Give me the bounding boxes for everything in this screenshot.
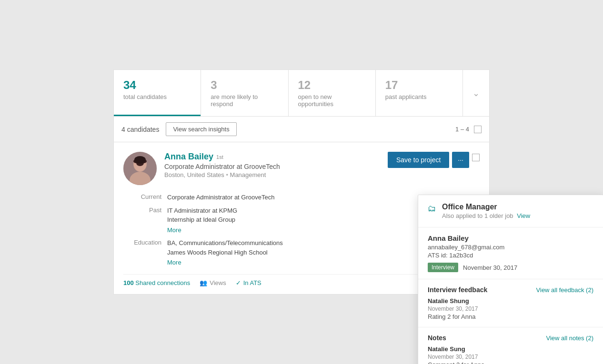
popup-notes-section: Notes View all notes (2) Natalie Sung No… [418, 327, 603, 364]
popup-notes-header: Notes View all notes (2) [428, 334, 593, 342]
views-icon: 👥 [200, 279, 207, 286]
education-label: Education [123, 238, 161, 267]
popup-feedback-rating: Rating 2 for Anna [428, 313, 593, 320]
ats-item: ✓ In ATS [236, 279, 261, 286]
popup-feedback-header: Interview feedback View all feedback (2) [428, 286, 593, 294]
candidates-count: 4 candidates [121, 126, 159, 133]
stat-likely-respond[interactable]: 3 are more likely to respond [201, 70, 288, 116]
search-bar: 4 candidates View search insights 1 – 4 [113, 116, 490, 142]
more-actions-button[interactable]: ··· [452, 152, 469, 168]
candidate-title: Corporate Administrator at GrooveTech [164, 163, 388, 170]
past-label: Past [123, 206, 161, 235]
card-actions: Save to project ··· [388, 152, 480, 168]
popup-job-title: Office Manager [442, 203, 530, 211]
shared-connections[interactable]: 100 Shared connections [123, 279, 190, 286]
popup-candidate-status: Interview November 30, 2017 [428, 263, 593, 272]
stats-bar: 34 total candidates 3 are more likely to… [113, 69, 490, 116]
popup-job-header: 🗂 Office Manager Also applied to 1 older… [418, 195, 603, 227]
search-right: 1 – 4 [455, 126, 482, 133]
open-opps-label: open to new opportunities [298, 93, 366, 108]
save-to-project-button[interactable]: Save to project [388, 152, 449, 168]
views-label: Views [210, 279, 226, 286]
popup-candidate-name: Anna Bailey [428, 234, 593, 242]
shared-connections-count: 100 [123, 279, 134, 286]
popup-feedback-date: November 30, 2017 [428, 305, 593, 312]
candidate-card: Anna Bailey 1st Corporate Administrator … [113, 142, 490, 295]
past-applicants-number: 17 [385, 79, 453, 92]
card-header: Anna Bailey 1st Corporate Administrator … [123, 152, 480, 185]
ats-label: In ATS [243, 279, 261, 286]
popup-feedback-title: Interview feedback [428, 286, 487, 294]
popup-notes-comment: Comment 2 for Anna [428, 361, 593, 364]
candidate-checkbox[interactable] [472, 154, 480, 161]
education-2: James Woods Regional High School [167, 249, 268, 256]
total-candidates-label: total candidates [123, 93, 191, 100]
location-text: Boston, United States [164, 171, 224, 178]
views-item: 👥 Views [200, 279, 226, 286]
stat-past-applicants[interactable]: 17 past applicants [376, 70, 463, 116]
status-badge: Interview [428, 263, 458, 272]
popup-job-info: Office Manager Also applied to 1 older j… [442, 203, 530, 219]
stat-expand-button[interactable]: ⌄ [463, 70, 489, 116]
popup-candidate-section: Anna Bailey annabailey_678@gmai.com ATS … [418, 227, 603, 279]
popup-feedback-author: Natalie Shung [428, 297, 593, 305]
status-date: November 30, 2017 [463, 264, 517, 271]
total-candidates-number: 34 [123, 79, 191, 92]
chevron-down-icon: ⌄ [472, 88, 480, 98]
avatar [123, 152, 157, 185]
likely-respond-number: 3 [211, 79, 278, 92]
candidate-details: Anna Bailey 1st Corporate Administrator … [164, 152, 388, 185]
popup-notes-author: Natalie Sung [428, 345, 593, 353]
candidate-location: Boston, United States • Management [164, 171, 388, 178]
open-opps-number: 12 [298, 79, 366, 92]
stat-total-candidates[interactable]: 34 total candidates [114, 70, 201, 116]
popup-candidate-email: annabailey_678@gmai.com [428, 244, 593, 251]
popup-job-sub: Also applied to 1 older job View [442, 212, 530, 219]
pagination-text: 1 – 4 [455, 126, 469, 133]
candidate-name: Anna Bailey [164, 152, 213, 162]
view-notes-link[interactable]: View all notes (2) [546, 334, 593, 342]
popup-feedback-section: Interview feedback View all feedback (2)… [418, 279, 603, 327]
popup-notes-title: Notes [428, 334, 446, 342]
popup-view-link[interactable]: View [517, 212, 530, 219]
degree-badge: 1st [216, 154, 223, 160]
svg-point-7 [134, 156, 146, 164]
current-label: Current [123, 193, 161, 202]
search-left: 4 candidates View search insights [121, 122, 237, 136]
check-icon: ✓ [236, 279, 241, 286]
candidate-info: Anna Bailey 1st Corporate Administrator … [123, 152, 388, 185]
location-category: Management [230, 171, 266, 178]
popup-notes-date: November 30, 2017 [428, 354, 593, 360]
past-job-2: Internship at Ideal Group [167, 216, 235, 223]
popup-card: 🗂 Office Manager Also applied to 1 older… [418, 195, 603, 364]
shared-connections-text: Shared connections [135, 279, 190, 286]
past-applicants-label: past applicants [385, 93, 453, 100]
stat-open-opportunities[interactable]: 12 open to new opportunities [289, 70, 376, 116]
popup-applied-text: Also applied to 1 older job [442, 212, 513, 219]
view-search-insights-button[interactable]: View search insights [166, 122, 236, 136]
education-1: BA, Communications/Telecommunications [167, 239, 283, 246]
likely-respond-label: are more likely to respond [211, 93, 278, 108]
select-all-checkbox[interactable] [474, 126, 482, 133]
view-feedback-link[interactable]: View all feedback (2) [536, 286, 593, 294]
past-job-1: IT Administrator at KPMG [167, 207, 237, 214]
popup-candidate-ats-id: ATS id: 1a2b3cd [428, 252, 593, 259]
candidate-name-row: Anna Bailey 1st [164, 152, 388, 162]
briefcase-icon: 🗂 [428, 204, 436, 214]
